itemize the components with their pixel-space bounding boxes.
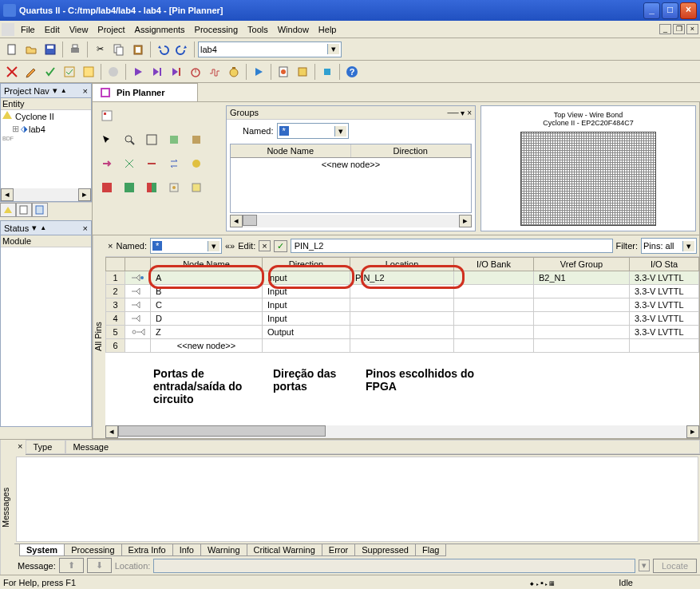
chip-icon[interactable] — [318, 63, 336, 81]
table-row[interactable]: 2BInput3.3-V LVTTL — [106, 285, 699, 298]
simulate-icon[interactable] — [250, 63, 267, 81]
pointer-icon[interactable] — [97, 131, 117, 148]
allpins-filter-combo[interactable]: Pins: all▾ — [641, 238, 697, 254]
mdi-close-button[interactable]: × — [686, 24, 698, 34]
edit-cancel-icon[interactable]: × — [259, 240, 270, 251]
messages-col-message[interactable]: Message — [65, 440, 700, 454]
groups-newnode-row[interactable]: <<new node>> — [231, 158, 471, 171]
messages-col-type[interactable]: Type — [26, 440, 65, 454]
groups-col-direction[interactable]: Direction — [351, 144, 472, 157]
groups-scrollbar[interactable]: ◂ ▸ — [230, 215, 472, 227]
help-icon[interactable]: ? — [343, 63, 361, 81]
tree-item-device[interactable]: Cyclone II — [1, 110, 91, 123]
programmer-icon[interactable] — [294, 63, 311, 81]
tab-suppressed[interactable]: Suppressed — [354, 544, 416, 556]
project-combo[interactable]: lab4▾ — [198, 42, 342, 57]
messages-close-icon[interactable]: × — [14, 440, 26, 453]
show-io-icon[interactable] — [164, 179, 184, 196]
minimize-button[interactable]: _ — [643, 2, 660, 19]
chevron-down-icon[interactable]: ▾ — [208, 241, 219, 251]
report-icon[interactable] — [275, 63, 292, 81]
scroll-right-icon[interactable]: ▸ — [459, 215, 472, 227]
maximize-button[interactable]: □ — [662, 2, 678, 19]
col-direction[interactable]: Direction — [263, 258, 350, 271]
tab-pin-planner[interactable]: Pin Planner — [92, 83, 198, 101]
swap-icon[interactable] — [164, 155, 184, 172]
play-to-icon[interactable] — [168, 63, 185, 81]
tab-info[interactable]: Info — [172, 544, 201, 556]
tree-item-project[interactable]: ⊞ ⬗ lab4 — [1, 123, 91, 135]
col-nodename[interactable]: Node Name — [151, 258, 263, 271]
chevron-down-icon[interactable]: ▾ — [682, 241, 694, 251]
menu-processing[interactable]: Processing — [190, 23, 243, 36]
scroll-right-icon[interactable]: ▸ — [686, 425, 699, 438]
allpins-edit-input[interactable] — [291, 239, 613, 253]
close-button[interactable]: × — [680, 2, 697, 19]
scroll-left-icon[interactable]: ◂ — [1, 188, 14, 201]
save-icon[interactable] — [42, 41, 59, 58]
col-icon[interactable] — [125, 258, 151, 271]
copy-icon[interactable] — [110, 41, 128, 58]
location-dropdown-icon[interactable]: ▾ — [639, 559, 650, 571]
cut-icon[interactable]: ✂ — [91, 41, 109, 58]
project-nav-scrollbar[interactable]: ◂ ▸ — [1, 188, 91, 201]
table-row[interactable]: 4DInput3.3-V LVTTL — [106, 312, 699, 326]
menu-edit[interactable]: Edit — [40, 23, 65, 36]
msg-prev-icon[interactable]: ⬆ — [59, 558, 84, 573]
tab-design-icon[interactable] — [32, 203, 48, 217]
arrow-tool-icon[interactable] — [97, 155, 117, 172]
tab-warning[interactable]: Warning — [200, 544, 247, 556]
scroll-right-icon[interactable]: ▸ — [78, 188, 91, 201]
package-top-icon[interactable] — [164, 131, 184, 148]
msg-next-icon[interactable]: ⬇ — [87, 558, 112, 573]
table-row[interactable]: 1AInputPIN_L2B2_N13.3-V LVTTL — [106, 271, 699, 285]
report-tool-icon[interactable] — [97, 107, 117, 125]
messages-list[interactable] — [16, 457, 698, 542]
wave-icon[interactable] — [206, 63, 223, 81]
menu-project[interactable]: Project — [93, 23, 129, 36]
tab-flag[interactable]: Flag — [415, 544, 446, 556]
chip-diagram[interactable] — [520, 132, 656, 226]
table-row[interactable]: 3CInput3.3-V LVTTL — [106, 298, 699, 312]
col-rowheader[interactable] — [106, 258, 125, 271]
package-bottom-icon[interactable] — [187, 131, 206, 148]
chevron-down-icon[interactable]: ▾ — [327, 44, 339, 54]
tab-criticalwarning[interactable]: Critical Warning — [247, 544, 322, 556]
assign-icon[interactable] — [120, 155, 139, 172]
show-fitter-icon[interactable] — [187, 179, 206, 196]
menu-view[interactable]: View — [65, 23, 93, 36]
menu-help[interactable]: Help — [314, 23, 342, 36]
check-icon[interactable] — [42, 63, 59, 81]
tab-system[interactable]: System — [19, 544, 65, 556]
menu-window[interactable]: Window — [273, 23, 314, 36]
color-mix-icon[interactable] — [142, 179, 161, 196]
groups-named-combo[interactable]: *▾ — [277, 123, 349, 139]
tab-hierarchy-icon[interactable] — [0, 203, 16, 217]
paste-icon[interactable] — [129, 41, 147, 58]
pencil-icon[interactable] — [22, 63, 40, 81]
table-row[interactable]: 5ZOutput3.3-V LVTTL — [106, 326, 699, 339]
tab-error[interactable]: Error — [322, 544, 355, 556]
zoom-in-icon[interactable] — [120, 131, 139, 148]
edit-accept-icon[interactable]: ✓ — [274, 240, 287, 252]
status-close-icon[interactable]: × — [83, 223, 88, 233]
analysis-icon[interactable] — [61, 63, 78, 81]
chevron-down-icon[interactable]: ▾ — [334, 126, 346, 136]
col-location[interactable]: Location — [350, 258, 454, 271]
pin-legend-icon[interactable] — [187, 155, 206, 172]
stopwatch-icon[interactable] — [225, 63, 243, 81]
mdi-restore-button[interactable]: ❐ — [673, 24, 685, 34]
no-compile-icon[interactable] — [3, 63, 21, 81]
fit-icon[interactable] — [142, 131, 161, 148]
compile-icon[interactable] — [80, 63, 97, 81]
col-iostandard[interactable]: I/O Sta — [630, 258, 699, 271]
locate-button[interactable]: Locate — [653, 559, 697, 573]
mdi-minimize-button[interactable]: _ — [659, 24, 671, 34]
scroll-left-icon[interactable]: ◂ — [230, 215, 243, 227]
print-icon[interactable] — [66, 41, 84, 58]
scroll-left-icon[interactable]: ◂ — [105, 425, 118, 438]
tab-files-icon[interactable] — [16, 203, 32, 217]
menu-assignments[interactable]: Assignments — [130, 23, 190, 36]
remove-icon[interactable] — [142, 155, 161, 172]
tab-processing[interactable]: Processing — [64, 544, 121, 556]
